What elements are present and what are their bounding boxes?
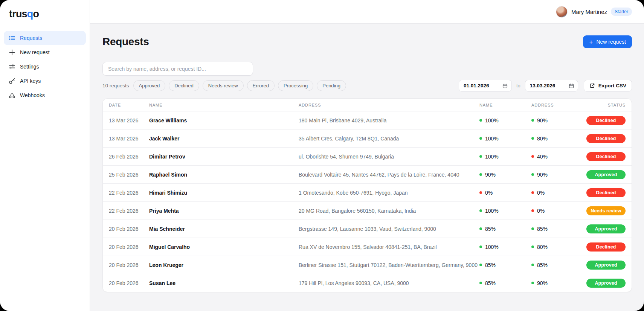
cell-name-match: 85% — [479, 262, 531, 268]
sidebar-item-label: Requests — [20, 35, 42, 41]
cell-name-match: 100% — [479, 136, 531, 142]
filter-chip-pending[interactable]: Pending — [317, 80, 346, 91]
name-match-value: 0% — [485, 190, 493, 196]
sidebar-item-webhooks[interactable]: Webhooks — [4, 88, 86, 102]
brand-accent: q — [27, 8, 33, 20]
cell-address: 180 Main Pl, Brisbane 4029, Australia — [299, 117, 479, 123]
filter-chip-declined[interactable]: Declined — [169, 80, 199, 91]
cell-name: Himari Shimizu — [149, 190, 299, 196]
cell-address-match: 90% — [531, 172, 580, 178]
address-match-dot — [531, 282, 534, 284]
address-match-dot — [531, 155, 534, 158]
brand-suffix: o — [33, 8, 39, 20]
cell-status: Declined — [586, 188, 626, 197]
cell-date: 25 Feb 2026 — [109, 172, 149, 178]
cell-date: 20 Feb 2026 — [109, 244, 149, 250]
main-area: Mary Martinez Starter Requests + New req… — [90, 0, 644, 311]
table-row[interactable]: 22 Feb 2026 Priya Mehta 20 MG Road, Bang… — [103, 201, 632, 220]
user-menu[interactable]: Mary Martinez Starter — [556, 6, 632, 18]
name-match-value: 90% — [485, 172, 496, 178]
col-header-address-match: ADDRESS — [531, 103, 580, 107]
table-row[interactable]: 26 Feb 2026 Dimitar Petrov ul. Oborishte… — [103, 147, 632, 165]
sidebar-item-new-request[interactable]: New request — [4, 45, 86, 59]
table-row[interactable]: 20 Feb 2026 Miguel Carvalho Rua XV de No… — [103, 238, 632, 256]
cell-status: Declined — [586, 242, 626, 252]
address-match-value: 80% — [537, 244, 548, 250]
cell-name: Priya Mehta — [149, 208, 299, 214]
sidebar-item-settings[interactable]: Settings — [4, 59, 86, 74]
table-row[interactable]: 25 Feb 2026 Raphael Simon Boulevard Volt… — [103, 165, 632, 183]
new-request-button[interactable]: + New request — [583, 35, 632, 48]
cell-name: Dimitar Petrov — [149, 154, 299, 160]
status-badge: Declined — [586, 116, 626, 125]
table-row[interactable]: 20 Feb 2026 Leon Krueger Berliner Strass… — [103, 256, 632, 274]
brand-prefix: trus — [9, 8, 27, 20]
cell-status: Approved — [586, 224, 626, 233]
cell-address: ul. Oborishte 54, Shumen 9749, Bulgaria — [299, 154, 479, 160]
cell-date: 26 Feb 2026 — [109, 154, 149, 160]
cell-address: 1 Omotesando, Kobe 650-7691, Hyogo, Japa… — [299, 190, 479, 196]
content: Requests + New request 10 requests Appro… — [90, 24, 644, 292]
address-match-dot — [531, 173, 534, 176]
name-match-dot — [479, 191, 482, 194]
request-count: 10 requests — [102, 83, 129, 88]
export-csv-button[interactable]: Export CSV — [584, 80, 632, 91]
name-match-dot — [479, 264, 482, 266]
sidebar-item-api-keys[interactable]: API keys — [4, 74, 86, 88]
filter-chip-approved[interactable]: Approved — [133, 80, 166, 91]
calendar-icon — [569, 83, 574, 88]
table-row[interactable]: 20 Feb 2026 Mia Schneider Bergstrasse 14… — [103, 220, 632, 238]
cell-status: Needs review — [586, 206, 626, 215]
table-row[interactable]: 13 Mar 2026 Jack Walker 35 Albert Cres, … — [103, 129, 632, 147]
to-label: to — [516, 83, 520, 88]
name-match-dot — [479, 227, 482, 230]
col-header-name: NAME — [149, 103, 299, 107]
address-match-value: 85% — [537, 226, 548, 232]
cell-name: Susan Lee — [149, 280, 299, 286]
date-from-input[interactable]: 01.01.2026 — [459, 80, 512, 91]
calendar-icon — [502, 83, 508, 88]
address-match-dot — [531, 209, 534, 212]
name-match-dot — [479, 245, 482, 248]
export-icon — [589, 83, 595, 88]
address-match-dot — [531, 119, 534, 122]
date-to-value: 13.03.2026 — [530, 83, 555, 88]
cell-name-match: 100% — [479, 244, 531, 250]
cell-status: Approved — [586, 279, 626, 288]
plan-badge: Starter — [611, 8, 632, 16]
table-row[interactable]: 22 Feb 2026 Himari Shimizu 1 Omotesando,… — [103, 183, 632, 201]
page-title: Requests — [102, 36, 149, 48]
filter-chip-processing[interactable]: Processing — [278, 80, 313, 91]
address-match-dot — [531, 137, 534, 140]
address-match-value: 0% — [537, 208, 545, 214]
search-input[interactable] — [102, 62, 253, 76]
address-match-dot — [531, 245, 534, 248]
cell-status: Approved — [586, 261, 626, 270]
date-range: 01.01.2026 to 13.03.2026 — [459, 80, 632, 91]
address-match-value: 90% — [537, 117, 548, 123]
cell-address: Boulevard Voltaire 45, Nantes 44762, Pay… — [299, 172, 479, 178]
date-to-input[interactable]: 13.03.2026 — [525, 80, 578, 91]
cell-date: 22 Feb 2026 — [109, 208, 149, 214]
address-match-value: 0% — [537, 190, 545, 196]
plus-icon: + — [589, 39, 593, 45]
sidebar-item-label: New request — [20, 49, 50, 55]
name-match-value: 85% — [485, 280, 496, 286]
table-row[interactable]: 13 Mar 2026 Grace Williams 180 Main Pl, … — [103, 111, 632, 129]
status-badge: Declined — [586, 152, 626, 161]
filter-chip-errored[interactable]: Errored — [247, 80, 275, 91]
status-badge: Approved — [586, 261, 626, 270]
cell-date: 22 Feb 2026 — [109, 190, 149, 196]
filter-chip-needs-review[interactable]: Needs review — [203, 80, 244, 91]
cell-name: Mia Schneider — [149, 226, 299, 232]
cell-name-match: 90% — [479, 172, 531, 178]
table-row[interactable]: 20 Feb 2026 Susan Lee 179 Hill Pl, Los A… — [103, 274, 632, 292]
name-match-value: 100% — [485, 117, 499, 123]
col-header-status: STATUS — [608, 103, 626, 107]
sidebar-item-requests[interactable]: Requests — [4, 31, 86, 45]
address-match-dot — [531, 191, 534, 194]
col-header-address: ADDRESS — [299, 103, 479, 107]
settings-sliders-icon — [9, 63, 15, 70]
page-head: Requests + New request — [102, 35, 632, 48]
requests-list-icon — [9, 35, 15, 41]
